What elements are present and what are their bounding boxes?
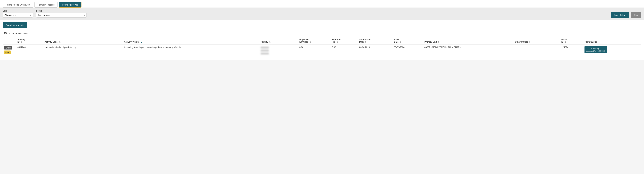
cell-start-date: 07/01/2024 xyxy=(393,44,423,57)
show-button[interactable]: Show xyxy=(4,46,12,50)
sort-reported-earnings[interactable]: ⇅ xyxy=(310,41,311,43)
queue-line2: Approved To 06/30/2025 xyxy=(586,50,605,52)
th-activity-id[interactable]: ActivityID ⇅ xyxy=(16,37,43,44)
apply-filters-button[interactable]: Apply Filters xyxy=(611,13,630,18)
cell-actions: Show 🏷 9 xyxy=(3,44,16,57)
sort-faculty[interactable]: ⇅ xyxy=(269,41,270,43)
activity-id-value: 8311248 xyxy=(18,46,26,49)
th-form-queue: Form/Queue xyxy=(583,37,641,44)
per-page-label: entries per page xyxy=(12,32,28,34)
tabs-bar: Forms Needs My Review Forms in Process F… xyxy=(0,0,644,8)
sort-submission-date[interactable]: ⇅ xyxy=(365,41,366,43)
table-row: Show 🏷 9 8311248 co-founder of a faculty… xyxy=(3,44,641,57)
sort-activity-id[interactable]: ⇅ xyxy=(20,41,22,43)
th-primary-unit[interactable]: Primary Unit ⇅ xyxy=(423,37,514,44)
th-submission-date[interactable]: SubmissionDate ⇅ xyxy=(358,37,393,44)
cell-primary-unit: 49237 - MED INT MED - PULMONARY xyxy=(423,44,514,57)
tag-badge[interactable]: 🏷 9 xyxy=(4,51,11,54)
form-filter-group: Form: Choose any xyxy=(36,10,86,18)
sort-reported-hrs[interactable]: ⇅ xyxy=(336,41,338,43)
th-form-id[interactable]: FormID ⇅ xyxy=(560,37,583,44)
main-content: Export current data 10 25 50 100 entries… xyxy=(0,20,644,60)
th-faculty[interactable]: Faculty ⇅ xyxy=(259,37,298,44)
cell-form-id: 124894 xyxy=(560,44,583,57)
th-reported-hrs[interactable]: ReportedHrs ⇅ xyxy=(330,37,358,44)
filter-actions: Apply Filters Clear xyxy=(611,13,641,18)
per-page-row: 10 25 50 100 entries per page xyxy=(3,31,641,35)
cell-reported-hrs: 0.00 xyxy=(330,44,358,57)
sort-activity-types[interactable]: ▲ xyxy=(140,41,142,43)
sort-other-units[interactable]: ⇅ xyxy=(529,41,530,43)
per-page-select[interactable]: 10 25 50 100 xyxy=(3,31,11,35)
submission-date-value: 08/06/2024 xyxy=(359,46,370,49)
form-filter-label: Form: xyxy=(36,10,86,12)
cell-activity-id: 8311248 xyxy=(16,44,43,57)
table-body: Show 🏷 9 8311248 co-founder of a faculty… xyxy=(3,44,641,57)
tag-count: 9 xyxy=(8,51,10,54)
activity-types-value: Assuming founding or co-founding role of… xyxy=(124,46,181,49)
unit-filter-group: Unit: Choose one xyxy=(3,10,33,18)
sort-start-date[interactable]: ⇅ xyxy=(400,41,401,43)
th-reported-earnings[interactable]: ReportedEarnings ⇅ xyxy=(298,37,330,44)
cell-submission-date: 08/06/2024 xyxy=(358,44,393,57)
form-id-value: 124894 xyxy=(561,46,568,49)
sort-activity-label[interactable]: ⇅ xyxy=(59,41,60,43)
table-header: ActivityID ⇅ Activity Label ⇅ Activity T… xyxy=(3,37,641,44)
cell-reported-earnings: 0.00 xyxy=(298,44,330,57)
reported-earnings-value: 0.00 xyxy=(299,46,304,49)
filter-bar: Unit: Choose one Form: Choose any Apply … xyxy=(0,8,644,20)
tab-in-process[interactable]: Forms in Process xyxy=(34,2,58,8)
queue-badge[interactable]: Category I Approved To 06/30/2025 xyxy=(584,46,607,53)
primary-unit-value: 49237 - MED INT MED - PULMONARY xyxy=(424,46,461,49)
sort-primary-unit[interactable]: ⇅ xyxy=(438,41,439,43)
export-button[interactable]: Export current data xyxy=(3,22,27,28)
tab-approved[interactable]: Forms Approved xyxy=(59,2,81,8)
th-actions xyxy=(3,37,16,44)
reported-hrs-value: 0.00 xyxy=(332,46,336,49)
th-start-date[interactable]: StartDate ⇅ xyxy=(393,37,423,44)
unit-select-wrapper: Choose one xyxy=(3,13,33,18)
form-select-wrapper: Choose any xyxy=(36,13,86,18)
th-other-units[interactable]: Other Unit(s) ⇅ xyxy=(514,37,560,44)
data-table: ActivityID ⇅ Activity Label ⇅ Activity T… xyxy=(3,37,641,57)
sort-form-id[interactable]: ⇅ xyxy=(564,41,566,43)
th-activity-types[interactable]: Activity Type(s) ▲ xyxy=(123,37,260,44)
activity-label-value: co-founder of a faculty-led start up xyxy=(44,46,76,49)
cell-faculty: XXXXXXXXXXXXXXXXXX xyxy=(259,44,298,57)
tab-needs-review[interactable]: Forms Needs My Review xyxy=(3,2,33,8)
unit-select[interactable]: Choose one xyxy=(3,13,33,18)
queue-line1: Category I xyxy=(586,47,605,50)
start-date-value: 07/01/2024 xyxy=(394,46,405,49)
clear-filters-button[interactable]: Clear xyxy=(631,13,641,18)
unit-filter-label: Unit: xyxy=(3,10,33,12)
form-select[interactable]: Choose any xyxy=(36,13,86,18)
faculty-value: XXXXXXXXXXXXXXXXXX xyxy=(261,47,269,55)
tag-icon: 🏷 xyxy=(5,51,8,54)
cell-activity-label: co-founder of a faculty-led start up xyxy=(43,44,122,57)
cell-activity-types: Assuming founding or co-founding role of… xyxy=(123,44,260,57)
cell-form-queue: Category I Approved To 06/30/2025 xyxy=(583,44,641,57)
th-activity-label[interactable]: Activity Label ⇅ xyxy=(43,37,122,44)
cell-other-units xyxy=(514,44,560,57)
per-page-wrapper: 10 25 50 100 xyxy=(3,31,11,35)
